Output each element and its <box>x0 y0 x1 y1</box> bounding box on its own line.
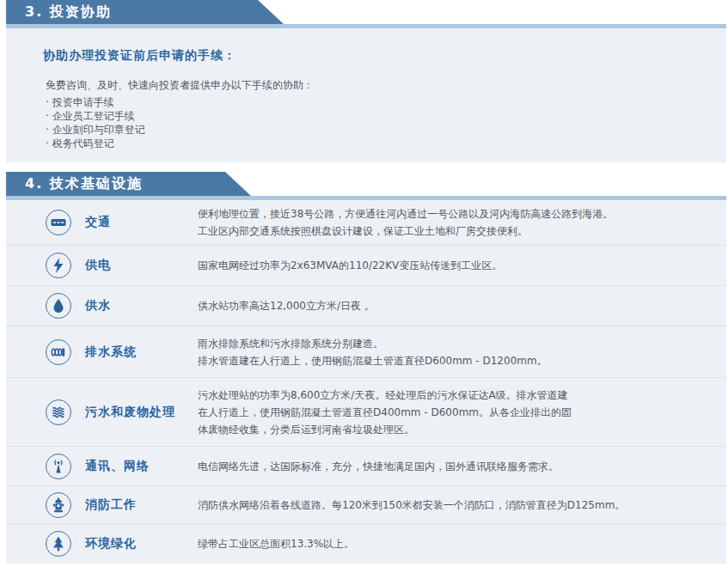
infra-row-label: 排水系统 <box>71 344 198 360</box>
section-assist-header: 3. 投资协助 <box>6 0 726 28</box>
infra-row-label: 污水和废物处理 <box>71 405 198 420</box>
infra-row-label: 供水 <box>71 298 198 314</box>
section-infra-header: 4. 技术基础设施 <box>6 172 726 200</box>
assist-bullet: · 税务代码登记 <box>46 137 709 150</box>
section-infra-table: 交通 便利地理位置，接近38号公路，方便通往河内通过一号公路以及河内海防高速公路… <box>6 200 726 564</box>
section-infra-title: 4. 技术基础设施 <box>25 175 143 193</box>
section-assist-title: 3. 投资协助 <box>25 3 112 21</box>
header-stripe <box>6 196 726 200</box>
infra-row-label: 通讯、网络 <box>71 459 198 474</box>
table-row-telecom: 通讯、网络 电信网络先进，达国际标准，充分，快捷地满足国内，国外通讯联络服务需求… <box>6 447 726 486</box>
table-row-transport: 交通 便利地理位置，接近38号公路，方便通往河内通过一号公路以及河内海防高速公路… <box>6 200 726 246</box>
assist-heading: 协助办理投资证前后申请的手续： <box>43 48 709 64</box>
assist-intro: 免费咨询、及时、快速向投资者提供申办以下手续的协助： <box>46 78 709 93</box>
infra-row-label: 环境绿化 <box>71 536 198 552</box>
table-row-sewage-waste: 污水和废物处理 污水处理站的功率为8,600立方米/天夜。经处理后的污水保证达A… <box>6 378 726 447</box>
lightning-icon <box>46 253 71 278</box>
section-assist-banner: 3. 投资协助 <box>6 0 284 24</box>
infra-row-label: 供电 <box>71 258 198 273</box>
section-assist-body: 协助办理投资证前后申请的手续： 免费咨询、及时、快速向投资者提供申办以下手续的协… <box>6 28 726 162</box>
infra-row-desc: 国家电网经过功率为2x63MVA的110/22KV变压站传送到工业区。 <box>198 257 714 274</box>
brochure-page: 3. 投资协助 协助办理投资证前后申请的手续： 免费咨询、及时、快速向投资者提供… <box>0 0 728 573</box>
section-infra-banner: 4. 技术基础设施 <box>6 172 251 196</box>
assist-bullet-list: · 投资申请手续 · 企业员工登记手续 · 企业刻印与印章登记 · 税务代码登记 <box>46 95 709 150</box>
antenna-icon <box>46 454 71 479</box>
infra-row-desc: 便利地理位置，接近38号公路，方便通往河内通过一号公路以及河内海防高速公路到海港… <box>198 205 714 240</box>
infra-row-desc: 污水处理站的功率为8,600立方米/天夜。经处理后的污水保证达A级。排水管道建 … <box>198 387 714 438</box>
infra-row-desc: 雨水排除系统和污水排除系统分别建造。 排水管道建在人行道上，使用钢筋混凝土管道直… <box>198 335 714 369</box>
table-row-fire: 消防工作 消防供水网络沿着各线道路。每120米到150米都安装一个消防口，消防管… <box>6 486 726 524</box>
assist-bullet: · 企业员工登记手续 <box>46 109 709 123</box>
assist-bullet: · 企业刻印与印章登记 <box>46 123 709 137</box>
waves-icon <box>46 399 71 425</box>
infra-row-desc: 电信网络先进，达国际标准，充分，快捷地满足国内，国外通讯联络服务需求。 <box>198 458 714 475</box>
table-row-water: 供水 供水站功率高达12,000立方米/日夜 。 <box>6 286 726 326</box>
road-icon <box>46 210 71 235</box>
table-row-greening: 环境绿化 绿带占工业区总面积13.3%以上。 <box>6 524 726 564</box>
tree-icon <box>46 531 71 557</box>
infra-row-label: 消防工作 <box>71 497 198 513</box>
infra-row-desc: 供水站功率高达12,000立方米/日夜 。 <box>198 297 714 314</box>
table-row-drainage: 排水系统 雨水排除系统和污水排除系统分别建造。 排水管道建在人行道上，使用钢筋混… <box>6 326 726 378</box>
infra-row-desc: 消防供水网络沿着各线道路。每120米到150米都安装一个消防口，消防管直径为D1… <box>198 497 714 514</box>
hydrant-icon <box>46 492 71 518</box>
water-drop-icon <box>46 293 71 319</box>
table-row-power: 供电 国家电网经过功率为2x63MVA的110/22KV变压站传送到工业区。 <box>6 246 726 286</box>
header-stripe <box>6 24 726 28</box>
infra-row-label: 交通 <box>71 215 198 230</box>
infra-row-desc: 绿带占工业区总面积13.3%以上。 <box>198 535 714 552</box>
assist-bullet: · 投资申请手续 <box>46 95 709 109</box>
pipe-icon <box>46 339 71 365</box>
